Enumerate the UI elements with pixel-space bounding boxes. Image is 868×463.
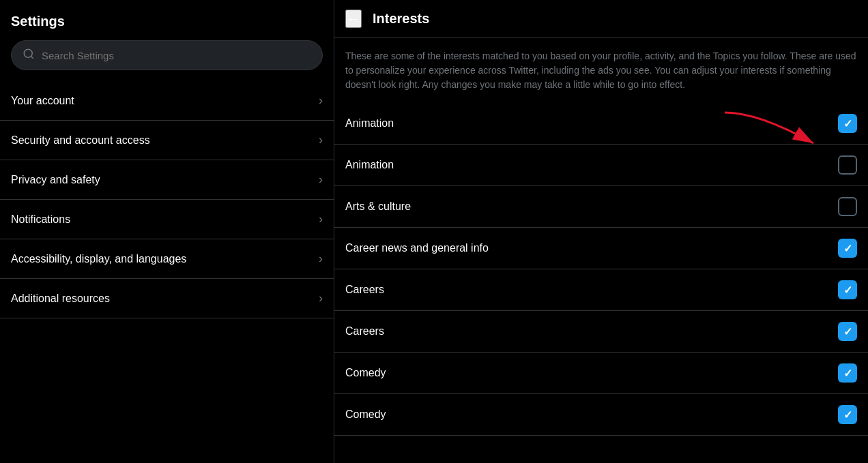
chevron-right-icon: › [319, 291, 323, 305]
sidebar-item-notifications[interactable]: Notifications › [0, 200, 334, 239]
interest-label: Comedy [345, 367, 386, 379]
search-input[interactable] [42, 50, 311, 61]
interest-row: Animation [334, 145, 868, 186]
main-header: ← Interests [334, 0, 868, 38]
chevron-right-icon: › [319, 133, 323, 147]
interest-checkbox[interactable] [838, 155, 857, 175]
chevron-right-icon: › [319, 252, 323, 266]
interest-label: Careers [345, 325, 384, 338]
sidebar-item-label: Additional resources [11, 293, 110, 305]
sidebar-item-label: Your account [11, 95, 74, 107]
interest-row: Arts & culture [334, 186, 868, 228]
svg-line-1 [31, 56, 33, 58]
interest-checkbox[interactable] [838, 114, 857, 133]
svg-point-0 [24, 49, 32, 57]
back-button[interactable]: ← [345, 10, 362, 28]
sidebar-item-label: Privacy and safety [11, 174, 100, 186]
sidebar-item-security[interactable]: Security and account access › [0, 121, 334, 160]
interest-checkbox[interactable] [838, 239, 857, 258]
chevron-right-icon: › [319, 93, 323, 108]
sidebar-item-accessibility[interactable]: Accessibility, display, and languages › [0, 239, 334, 279]
sidebar-item-label: Accessibility, display, and languages [11, 253, 186, 265]
sidebar: Settings Your account › Security and acc… [0, 0, 334, 463]
interest-row: Comedy [334, 394, 868, 436]
sidebar-item-privacy[interactable]: Privacy and safety › [0, 160, 334, 200]
interest-checkbox[interactable] [838, 197, 857, 216]
interest-row: Career news and general info [334, 228, 868, 269]
interest-label: Animation [345, 159, 394, 171]
interest-checkbox[interactable] [838, 363, 857, 383]
chevron-right-icon: › [319, 173, 323, 187]
settings-title: Settings [0, 7, 334, 40]
search-bar[interactable] [11, 40, 323, 70]
interest-label: Arts & culture [345, 200, 411, 213]
search-icon [23, 48, 35, 63]
interest-row: Comedy [334, 353, 868, 394]
page-title: Interests [373, 11, 429, 27]
interest-label: Animation [345, 117, 394, 130]
interest-row: Careers [334, 311, 868, 353]
chevron-right-icon: › [319, 212, 323, 226]
interest-row: Careers [334, 269, 868, 311]
interests-list: AnimationAnimationArts & cultureCareer n… [334, 98, 868, 441]
sidebar-item-label: Security and account access [11, 134, 150, 147]
interest-checkbox[interactable] [838, 280, 857, 299]
sidebar-item-your-account[interactable]: Your account › [0, 81, 334, 121]
interest-label: Careers [345, 284, 384, 296]
interest-row: Animation [334, 103, 868, 145]
interest-label: Career news and general info [345, 242, 489, 254]
sidebar-item-additional[interactable]: Additional resources › [0, 279, 334, 318]
interest-label: Comedy [345, 408, 386, 421]
sidebar-item-label: Notifications [11, 213, 70, 226]
interests-description: These are some of the interests matched … [334, 38, 868, 98]
interest-checkbox[interactable] [838, 405, 857, 424]
interest-checkbox[interactable] [838, 322, 857, 341]
main-content: ← Interests These are some of the intere… [334, 0, 868, 463]
